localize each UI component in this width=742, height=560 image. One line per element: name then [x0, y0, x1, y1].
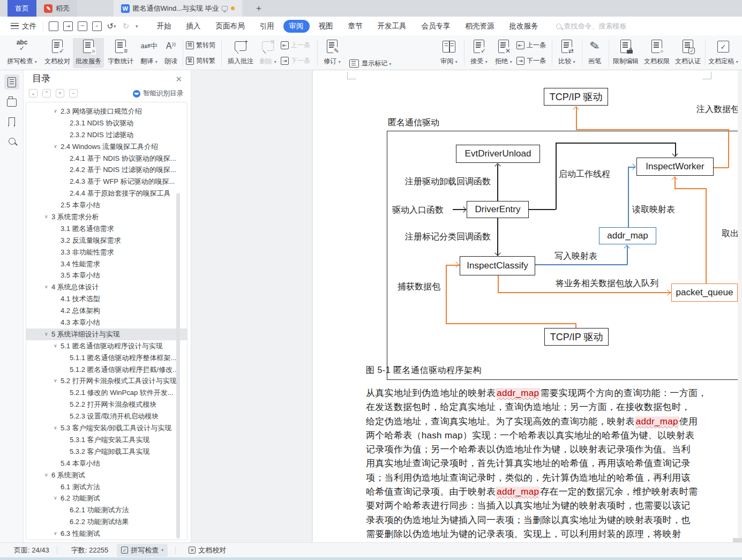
- chevron-down-icon[interactable]: ∨: [54, 492, 57, 504]
- chevron-down-icon[interactable]: ∨: [54, 528, 57, 540]
- toc-item[interactable]: ∨2.4 Windows 流量嗅探工具介绍: [26, 141, 187, 153]
- toc-item[interactable]: 5.3.2 客户端卸载工具实现: [26, 446, 187, 458]
- restrict-edit-button[interactable]: 限制编辑: [611, 38, 641, 68]
- read-aloud-button[interactable]: A⁾⁾ 朗读: [161, 38, 181, 68]
- toc-item[interactable]: ∨6 系统测试: [26, 469, 187, 481]
- next-comment-button[interactable]: ⇥下一条: [281, 55, 310, 66]
- document-page[interactable]: 匿名通信驱动 TCP/IP 驱动 EvtDriverUnload DriverE…: [313, 70, 742, 542]
- doc-proof-button[interactable]: 文档校对: [42, 38, 73, 68]
- spell-check-status-button[interactable]: ✓ 拼写检查 ▾: [117, 544, 168, 557]
- next-change-button[interactable]: ⇥下一条: [516, 55, 546, 66]
- toc-item[interactable]: ∨4 系统总体设计: [26, 281, 187, 293]
- file-menu-button[interactable]: 文件: [0, 21, 43, 31]
- chevron-down-icon[interactable]: ∨: [44, 328, 48, 340]
- chevron-down-icon[interactable]: ∨: [44, 469, 48, 481]
- doc-auth-button[interactable]: 文档认证: [673, 38, 703, 68]
- undo-icon[interactable]: ↺▾: [107, 21, 116, 31]
- menu-tab-开发工具[interactable]: 开发工具: [372, 20, 413, 33]
- toc-panel-button[interactable]: [4, 74, 19, 89]
- expand-level-button[interactable]: +: [56, 89, 64, 98]
- doc-permission-button[interactable]: 文档权限: [642, 38, 672, 68]
- toc-item[interactable]: 2.3.1 NDIS 协议驱动: [26, 117, 187, 129]
- document-scrollbar[interactable]: [738, 70, 742, 542]
- ink-button[interactable]: ✎ 画笔: [584, 38, 605, 68]
- chevron-down-icon[interactable]: ∨: [44, 281, 48, 293]
- menu-tab-引用[interactable]: 引用: [254, 20, 280, 33]
- chevron-down-icon[interactable]: ∨: [54, 106, 57, 117]
- menu-tab-开始[interactable]: 开始: [151, 20, 177, 33]
- review-pane-button[interactable]: 审阅 ▾: [437, 38, 461, 68]
- tab-docer[interactable]: 稻壳: [36, 0, 77, 17]
- redo-icon[interactable]: ↻: [121, 21, 131, 31]
- insert-comment-button[interactable]: 插入批注: [226, 38, 256, 68]
- toc-item[interactable]: 5.3.1 客户端安装工具实现: [26, 434, 187, 446]
- command-search[interactable]: 查找命令、搜索模板: [556, 21, 627, 31]
- customize-toolbar-icon[interactable]: ▾: [136, 24, 138, 29]
- toc-item[interactable]: ∨5.1 匿名通信驱动程序设计与实现: [26, 340, 187, 352]
- collapse-level-button[interactable]: −: [69, 89, 78, 98]
- menu-tab-章节[interactable]: 章节: [342, 20, 369, 33]
- toc-item[interactable]: 2.3.2 NDIS 过滤驱动: [26, 129, 187, 141]
- toc-item[interactable]: 2.4.1 基于 NDIS 协议驱动的嗅探...: [26, 153, 187, 165]
- toc-item[interactable]: ∨6.3 性能测试: [26, 528, 187, 540]
- spell-check-button[interactable]: abc✓ 拼写检查 ▾: [4, 38, 40, 68]
- prev-change-button[interactable]: ⇤上一条: [516, 40, 546, 50]
- correction-service-button[interactable]: 批改服务: [73, 38, 104, 68]
- toc-item[interactable]: ∨6.2 功能测试: [26, 492, 187, 504]
- toc-item[interactable]: 6.2.1 功能测试方法: [26, 504, 187, 516]
- simp-to-trad-button[interactable]: 繁简转繁: [186, 55, 215, 66]
- reject-button[interactable]: 拒绝 ▾: [492, 38, 515, 68]
- chevron-down-icon[interactable]: ∨: [54, 422, 57, 434]
- toc-item[interactable]: 2.4.3 基于 WFP 标记驱动的嗅探...: [26, 176, 187, 188]
- menu-tab-审阅[interactable]: 审阅: [283, 20, 310, 33]
- menu-tab-批改服务[interactable]: 批改服务: [504, 20, 544, 33]
- menu-tab-会员专享[interactable]: 会员专享: [416, 20, 456, 33]
- toc-item[interactable]: 5.2.2 打开网卡混杂模式模块: [26, 399, 187, 410]
- toc-item[interactable]: 5.2.3 设置/取消开机启动模块: [26, 410, 187, 422]
- doc-final-button[interactable]: ✓ 文档定稿 ▾: [706, 38, 740, 68]
- tab-home[interactable]: 首页: [8, 0, 36, 17]
- toc-item[interactable]: 6.1 测试方法: [26, 481, 187, 493]
- prev-comment-button[interactable]: ⇤上一条: [281, 40, 310, 50]
- new-tab-button[interactable]: +: [251, 0, 267, 17]
- chevron-down-icon[interactable]: ∨: [54, 340, 57, 352]
- toc-item[interactable]: 5.2.1 修改的 WinPcap 软件开发...: [26, 387, 187, 399]
- print-icon[interactable]: ⎓: [78, 21, 87, 31]
- find-panel-button[interactable]: [4, 133, 19, 148]
- toc-item[interactable]: 3.3 非功能性需求: [26, 247, 187, 258]
- tab-document[interactable]: W 匿名通信Wind...与实现 毕业论文: [114, 0, 242, 17]
- toc-item[interactable]: 4.2 总体架构: [26, 305, 187, 317]
- toc-item[interactable]: 5.1.2 匿名通信驱动程序拦截/修改...: [26, 364, 187, 376]
- toc-item[interactable]: 2.4.2 基于 NDIS 过滤驱动的嗅探...: [26, 164, 187, 176]
- chevron-down-icon[interactable]: ∨: [54, 141, 57, 153]
- toc-item[interactable]: ∨5.3 客户端安装/卸载工具设计与实现: [26, 422, 187, 434]
- show-markup-button[interactable]: 显示标记 ▾: [349, 57, 391, 69]
- menu-tab-视图[interactable]: 视图: [313, 20, 339, 33]
- toc-item[interactable]: 6.2.2 功能测试结果: [26, 516, 187, 528]
- chevron-down-icon[interactable]: ∨: [44, 211, 48, 223]
- toc-item[interactable]: 2.5 本章小结: [26, 199, 187, 211]
- menu-tab-页面布局[interactable]: 页面布局: [210, 20, 251, 33]
- toc-item[interactable]: 3.2 反流量嗅探需求: [26, 235, 187, 247]
- print-preview-icon[interactable]: ⌕: [92, 21, 102, 31]
- toc-item[interactable]: 3.1 匿名通信需求: [26, 223, 187, 235]
- track-changes-button[interactable]: 修订 ▾: [320, 38, 344, 68]
- toc-item[interactable]: ∨5 系统详细设计与实现: [26, 328, 187, 340]
- chevron-down-icon[interactable]: ∨: [54, 375, 57, 387]
- bookmark-panel-button[interactable]: [4, 114, 19, 129]
- expand-all-button[interactable]: ⌄: [29, 89, 38, 98]
- toc-scrollbar[interactable]: [176, 193, 180, 539]
- accept-button[interactable]: 接受 ▾: [467, 38, 491, 68]
- translate-button[interactable]: a⇄中 翻译 ▾: [137, 38, 161, 68]
- menu-tab-稻壳资源[interactable]: 稻壳资源: [460, 20, 500, 33]
- smart-toc-button[interactable]: 智能识别目录: [133, 89, 183, 98]
- delete-comment-button[interactable]: 删除 ▾: [257, 38, 279, 68]
- compare-button[interactable]: 比较 ▾: [555, 38, 579, 68]
- toc-item[interactable]: ∨3 系统需求分析: [26, 211, 187, 223]
- toc-item[interactable]: 5.1.1 匿名通信驱动程序整体框架...: [26, 352, 187, 364]
- toc-item[interactable]: 3.4 性能需求: [26, 258, 187, 270]
- toc-item[interactable]: ∨2.3 网络驱动接口规范介绍: [26, 106, 187, 117]
- word-count-button[interactable]: 字数统计: [105, 38, 136, 68]
- toc-item[interactable]: ∨5.2 打开网卡混杂模式工具设计与实现: [26, 375, 187, 387]
- chapter-panel-button[interactable]: [4, 95, 19, 110]
